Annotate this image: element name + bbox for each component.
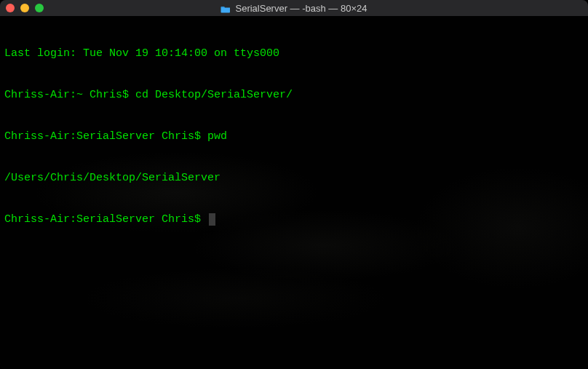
- terminal-body[interactable]: Last login: Tue Nov 19 10:14:00 on ttys0…: [0, 16, 588, 369]
- command-text: cd Desktop/SerialServer/: [135, 89, 293, 101]
- terminal-line: Chriss-Air:SerialServer Chris$: [4, 213, 584, 226]
- minimize-button[interactable]: [20, 4, 29, 12]
- terminal-window: SerialServer — -bash — 80×24 Last login:…: [0, 0, 588, 369]
- line-output: Last login: Tue Nov 19 10:14:00 on ttys0…: [4, 47, 279, 60]
- terminal-line: Chriss-Air:SerialServer Chris$ pwd: [4, 130, 584, 143]
- traffic-lights: [6, 4, 44, 12]
- cursor: [209, 213, 215, 226]
- prompt: Chriss-Air:SerialServer Chris$: [4, 213, 207, 226]
- maximize-button[interactable]: [35, 4, 44, 12]
- line-output: /Users/Chris/Desktop/SerialServer: [4, 172, 220, 184]
- prompt: Chriss-Air:SerialServer Chris$: [4, 130, 207, 143]
- close-button[interactable]: [6, 4, 15, 12]
- folder-icon: [220, 4, 231, 12]
- prompt: Chriss-Air:~ Chris$: [4, 89, 135, 101]
- terminal-line: /Users/Chris/Desktop/SerialServer: [4, 171, 584, 185]
- window-titlebar: SerialServer — -bash — 80×24: [0, 0, 588, 16]
- command-text: pwd: [207, 130, 227, 143]
- terminal-line: Chriss-Air:~ Chris$ cd Desktop/SerialSer…: [4, 88, 584, 102]
- window-title: SerialServer — -bash — 80×24: [0, 0, 588, 16]
- window-title-text: SerialServer — -bash — 80×24: [235, 3, 367, 14]
- terminal-line: Last login: Tue Nov 19 10:14:00 on ttys0…: [4, 47, 584, 60]
